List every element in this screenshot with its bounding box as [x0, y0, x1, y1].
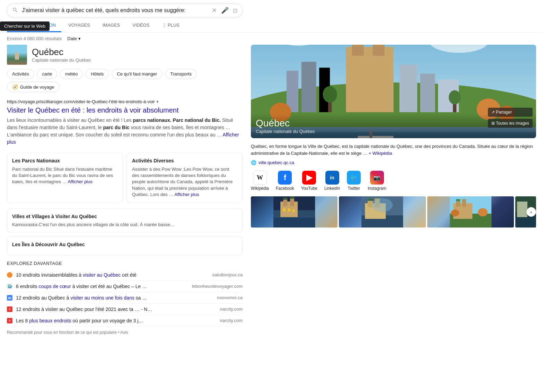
kp-description: Québec, en forme longue la Ville de Québ… [251, 143, 536, 157]
gallery-thumb-3[interactable] [427, 196, 514, 228]
date-filter-label: Date [67, 36, 77, 41]
explore-title-1: 6 endroits coups de cœur à visiter cet é… [16, 284, 147, 289]
svg-rect-32 [283, 198, 287, 200]
chevron-down-icon: ▾ [78, 36, 81, 41]
social-instagram[interactable]: 📷 Instagram [368, 171, 386, 191]
wikipedia-icon: W [253, 171, 267, 185]
explore-link-4[interactable]: plus beaux endroits [29, 318, 71, 323]
feature-box-activites-title: Activités Diverses [132, 158, 237, 163]
explore-domain-3: narcity.com [220, 306, 243, 312]
feature-box-iles[interactable]: Les Îles à Découvrir Au Québec [7, 237, 243, 255]
results-count: Environ 4 080 000 résultats [7, 36, 62, 41]
chip-carte[interactable]: carte [37, 69, 57, 79]
explore-title-2: 12 endroits au Québec à visiter au moins… [16, 295, 147, 301]
result-title[interactable]: Visiter le Québec en été : les endroits … [7, 106, 243, 115]
search-tooltip: Chercher sur le Web [0, 21, 50, 31]
explore-favicon-0 [7, 272, 12, 278]
social-facebook-label: Facebook [276, 186, 294, 191]
list-item[interactable]: 🌍 6 endroits coups de cœur à visiter cet… [7, 281, 243, 292]
feature-box-activites-link[interactable]: Afficher plus [174, 192, 199, 197]
left-column: Québec Capitale nationale du Québec Acti… [7, 45, 243, 335]
tab-plus[interactable]: ⋮ PLUS [156, 19, 185, 32]
result-url: https://voyage.priscilliaroger.com/visit… [7, 99, 243, 104]
knowledge-panel: Québec Capitale nationale du Québec ↗ Pa… [251, 45, 536, 335]
wikipedia-link[interactable]: + Wikipédia [369, 151, 392, 156]
feature-box-villes[interactable]: Villes et Villages à Visiter Au Québec K… [7, 208, 243, 232]
tab-voyages[interactable]: VOYAGES [63, 19, 96, 32]
explore-link-0[interactable]: visiter au Québec [83, 272, 121, 278]
chip-transports[interactable]: Transports [165, 69, 197, 79]
search-icon [12, 7, 18, 14]
chip-hotels[interactable]: Hôtels [86, 69, 109, 79]
social-youtube[interactable]: ▶ YouTube [301, 171, 317, 191]
lens-search-button[interactable]: ⊡ [233, 7, 237, 14]
chip-activites[interactable]: Activités [7, 69, 34, 79]
svg-rect-43 [368, 198, 373, 201]
chip-meteo[interactable]: météo [60, 69, 83, 79]
explore-link-2[interactable]: visiter au moins une fois dans [70, 295, 134, 301]
feature-boxes: Les Parcs Nationaux Parc national du Bic… [7, 153, 243, 203]
facebook-icon: f [278, 171, 292, 185]
tab-images-label: IMAGES [103, 23, 120, 28]
tab-images[interactable]: IMAGES [97, 19, 126, 32]
voice-search-button[interactable]: 🎤 [221, 7, 229, 14]
quick-links: Activités carte météo Hôtels Ce qu'il fa… [7, 69, 243, 92]
explore-domain-1: lebonheurdevoyager.com [192, 284, 243, 289]
social-linkedin[interactable]: in LinkedIn [324, 171, 340, 191]
results-info: Environ 4 080 000 résultats Date ▾ [0, 33, 543, 45]
feature-box-parcs[interactable]: Les Parcs Nationaux Parc national du Bic… [7, 153, 123, 203]
result-snippet: Les lieux incontournables à visiter au Q… [7, 117, 243, 146]
search-bar-area: J'aimerai visiter à québec cet été, quel… [0, 0, 543, 17]
search-box[interactable]: J'aimerai visiter à québec cet été, quel… [7, 3, 243, 17]
explore-item-left-1: 🌍 6 endroits coups de cœur à visiter cet… [7, 284, 147, 289]
share-button[interactable]: ↗ Partager [488, 108, 533, 117]
chip-guide-voyage[interactable]: 🧭 Guide de voyage [7, 82, 59, 92]
kp-website[interactable]: 🌐 ville.quebec.qc.ca [251, 160, 536, 165]
feature-box-villes-title: Villes et Villages à Visiter Au Québec [12, 214, 237, 219]
list-item[interactable]: ≡ 12 endroits à visiter au Québec pour l… [7, 304, 243, 315]
svg-point-19 [449, 90, 461, 105]
feature-box-parcs-link[interactable]: Afficher plus [68, 179, 92, 184]
explore-domain-2: noovomoi.ca [217, 295, 243, 300]
explore-favicon-1: 🌍 [7, 284, 12, 289]
svg-rect-30 [283, 199, 287, 206]
svg-rect-49 [462, 199, 466, 207]
kp-image-actions: ↗ Partager ⊞ Toutes les images [488, 108, 533, 128]
explore-domain-0: salutbonjour.ca [212, 272, 243, 277]
social-twitter[interactable]: 🐦 Twitter [347, 171, 361, 191]
explore-domain-4: narcity.com [220, 318, 243, 323]
explore-title-3: 12 endroits à visiter au Québec pour l'é… [16, 306, 152, 312]
search-input-text: J'aimerai visiter à québec cet été, quel… [22, 7, 208, 14]
list-item[interactable]: ≡ Les 8 plus beaux endroits où partir po… [7, 315, 243, 327]
kp-website-url: ville.quebec.qc.ca [259, 160, 294, 165]
feature-box-activites[interactable]: Activités Diverses Assister à des Pow Wo… [127, 153, 243, 203]
feature-box-iles-title: Les Îles à Découvrir Au Québec [12, 242, 237, 247]
result-dropdown-icon[interactable]: ▾ [156, 99, 159, 104]
tab-videos[interactable]: VIDÉOS [127, 19, 155, 32]
all-images-button[interactable]: ⊞ Toutes les images [488, 119, 533, 128]
chip-manger[interactable]: Ce qu'il faut manger [112, 69, 162, 79]
list-item[interactable]: m 12 endroits au Québec à visiter au moi… [7, 292, 243, 304]
social-facebook[interactable]: f Facebook [276, 171, 294, 191]
social-wikipedia[interactable]: W Wikipédia [251, 171, 269, 191]
svg-rect-48 [456, 201, 460, 207]
gallery-thumb-2[interactable] [339, 196, 426, 228]
social-instagram-label: Instagram [368, 186, 386, 191]
clear-search-button[interactable]: ✕ [212, 7, 217, 14]
explore-item-left-0: 10 endroits invraisemblables à visiter a… [7, 272, 137, 278]
linkedin-icon: in [325, 171, 339, 185]
explore-favicon-3: ≡ [7, 306, 12, 312]
kp-hero-image: Québec Capitale nationale du Québec ↗ Pa… [251, 45, 536, 138]
feature-box-villes-text: Kamouraska C'est l'un des plus anciens v… [12, 222, 237, 227]
gallery-next-button[interactable]: › [526, 207, 536, 217]
instagram-icon: 📷 [370, 171, 384, 185]
gallery-thumb-1[interactable] [251, 196, 338, 228]
youtube-icon: ▶ [302, 171, 316, 185]
list-item[interactable]: 10 endroits invraisemblables à visiter a… [7, 269, 243, 281]
date-filter-button[interactable]: Date ▾ [67, 36, 80, 41]
explore-link-1[interactable]: coups de cœur [38, 284, 71, 289]
globe-icon: 🌐 [251, 160, 256, 165]
svg-rect-33 [290, 197, 294, 199]
main-search-result: https://voyage.priscilliaroger.com/visit… [7, 99, 243, 146]
social-links: W Wikipédia f Facebook ▶ YouTube in Link… [251, 171, 536, 191]
